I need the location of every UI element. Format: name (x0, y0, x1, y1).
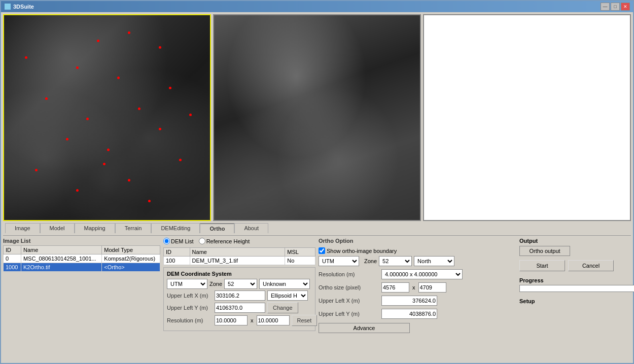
ortho-section: Ortho Option Show ortho-image boundary U… (319, 238, 516, 361)
row0-name: MSC_080613014258_1001... (21, 254, 101, 263)
dem-coord-sys-title: DEM Coordinate System (167, 271, 312, 277)
ortho-direction-select[interactable]: North (414, 256, 454, 266)
coord-sys-row: UTM Zone 52 Unknown (167, 279, 312, 289)
output-title: Output (519, 238, 631, 244)
ortho-option-title: Ortho Option (319, 238, 516, 244)
ortho-size-x-input[interactable] (381, 282, 409, 293)
sat-noise-overlay (4, 15, 210, 220)
image-list-row-selected[interactable]: 1000 K2Ortho.tif <Ortho> (4, 263, 160, 272)
progress-bar-outer (519, 285, 634, 292)
upper-left-y-label: Upper Left Y (m) (167, 305, 213, 311)
dem-noise-overlay (214, 15, 420, 220)
tab-mapping[interactable]: Mapping (75, 223, 115, 233)
tab-terrain[interactable]: Terrain (115, 223, 152, 233)
col-name: Name (21, 246, 101, 254)
datum-select[interactable]: Unknown (259, 279, 310, 289)
ortho-upper-x-input[interactable] (381, 296, 437, 306)
image-list-panel: Image List ID Name Model Type 0 MSC_0806… (3, 238, 160, 361)
dem-list-radio[interactable] (163, 238, 170, 244)
title-bar: 3DSuite — □ ✕ (1, 1, 633, 12)
dem-table-row[interactable]: 100 DEM_UTM_3_1.tif No (164, 257, 315, 265)
ref-height-radio-label[interactable]: Reference Height (199, 238, 250, 244)
advance-button[interactable]: Advance (319, 323, 410, 333)
red-dot (45, 97, 48, 100)
minimize-button[interactable]: — (601, 3, 610, 11)
col-model: Model Type (102, 246, 160, 254)
red-dot (148, 200, 151, 202)
progress-title: Progress (519, 277, 631, 283)
cancel-button[interactable]: Cancel (568, 260, 614, 271)
bottom-section: Image List ID Name Model Type 0 MSC_0806… (3, 235, 631, 361)
tab-about[interactable]: About (234, 223, 268, 233)
content-area: Image Model Mapping Terrain DEMEditing O… (1, 12, 633, 363)
red-dot (128, 179, 130, 181)
ortho-size-label: Ortho size (pixel) (319, 284, 379, 290)
tab-model[interactable]: Model (40, 223, 75, 233)
close-button[interactable]: ✕ (621, 3, 630, 11)
resolution-y-input[interactable] (257, 315, 290, 325)
change-button[interactable]: Change (267, 302, 298, 313)
row1-name: K2Ortho.tif (21, 263, 101, 272)
ref-height-radio[interactable] (199, 238, 205, 244)
dem-col-name: Name (190, 248, 285, 257)
red-dot (128, 31, 130, 34)
upper-left-y-input[interactable] (215, 303, 265, 313)
ortho-size-row: Ortho size (pixel) x (319, 282, 516, 293)
reset-button[interactable]: Reset (292, 315, 318, 326)
ortho-resolution-row: Resolution (m) 4.000000 x 4.000000 (319, 269, 516, 279)
ortho-upper-x-label: Upper Left X (m) (319, 298, 379, 304)
upper-left-x-row: Upper Left X (m) 303106.2 Ellipsoid H (167, 290, 312, 301)
ortho-zone-select[interactable]: 52 (379, 256, 412, 266)
dem-list-label: DEM List (171, 238, 194, 244)
tab-demediting[interactable]: DEMEditing (151, 223, 200, 233)
red-dot (107, 149, 110, 151)
output-panel (423, 14, 631, 221)
image-list-row[interactable]: 0 MSC_080613014258_1001... Kompsat2(Rigo… (4, 254, 160, 263)
tab-ortho[interactable]: Ortho (200, 223, 234, 233)
dem-image (214, 15, 420, 220)
satellite-panel (3, 14, 211, 221)
dem-row0-msl: No (285, 257, 315, 265)
tabs-row: Image Model Mapping Terrain DEMEditing O… (3, 223, 631, 233)
main-window: 3DSuite — □ ✕ (0, 0, 634, 364)
resolution-x-input[interactable] (215, 315, 248, 325)
ortho-upper-y-input[interactable] (381, 309, 437, 319)
x-separator: x (250, 317, 255, 323)
resolution-label: Resolution (m) (167, 317, 213, 323)
show-boundary-checkbox[interactable] (319, 247, 325, 254)
ortho-resolution-label: Resolution (m) (319, 271, 379, 277)
tab-image[interactable]: Image (5, 223, 40, 233)
red-dot (159, 46, 161, 49)
setup-title: Setup (519, 298, 631, 304)
action-buttons: Start Cancel (519, 260, 631, 271)
row1-id: 1000 (4, 263, 21, 272)
image-panels (3, 14, 631, 221)
ortho-system-select[interactable]: UTM (319, 256, 359, 266)
red-dot (103, 163, 105, 165)
red-dot (25, 56, 27, 59)
zone-select[interactable]: 52 (224, 279, 257, 289)
ref-height-label: Reference Height (206, 238, 250, 244)
progress-section: Progress (519, 277, 631, 292)
show-boundary-label: Show ortho-image boundary (327, 248, 397, 254)
ortho-output-button[interactable]: Ortho output (519, 246, 570, 256)
satellite-image (4, 15, 210, 220)
title-bar-left: 3DSuite (4, 3, 34, 10)
ortho-resolution-select[interactable]: 4.000000 x 4.000000 (381, 269, 463, 279)
dem-coord-sys-box: DEM Coordinate System UTM Zone 52 Unknow… (163, 267, 315, 331)
col-id: ID (4, 246, 21, 254)
image-list-title: Image List (3, 238, 160, 244)
ellipsoid-select[interactable]: Ellipsoid H (267, 290, 308, 301)
show-boundary-row: Show ortho-image boundary (319, 247, 516, 254)
image-list-table: ID Name Model Type 0 MSC_080613014258_10… (3, 245, 160, 272)
ortho-size-y-input[interactable] (418, 282, 446, 293)
row0-id: 0 (4, 254, 21, 263)
row1-model: <Ortho> (102, 263, 160, 272)
maximize-button[interactable]: □ (611, 3, 620, 11)
start-button[interactable]: Start (519, 260, 565, 271)
dem-table: ID Name MSL 100 DEM_UTM_3_1.tif No (163, 247, 315, 265)
dem-col-id: ID (164, 248, 190, 257)
coord-sys-select[interactable]: UTM (167, 279, 207, 289)
dem-list-radio-label[interactable]: DEM List (163, 238, 194, 244)
upper-left-x-input[interactable]: 303106.2 (215, 290, 265, 301)
